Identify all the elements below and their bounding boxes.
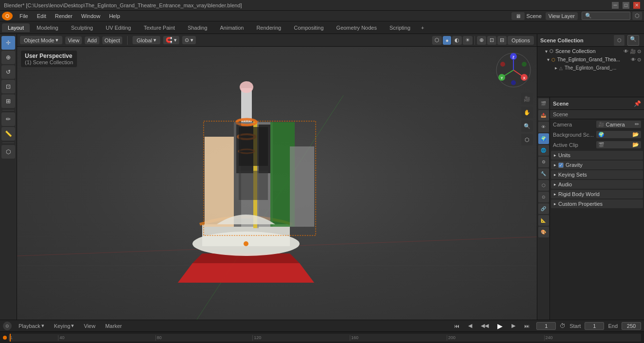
world-props-btn[interactable]: 🌐 bbox=[538, 145, 549, 156]
viewport-add-menu[interactable]: Add bbox=[85, 36, 99, 44]
options-btn[interactable]: Options bbox=[508, 36, 534, 45]
snap-button[interactable]: 🧲 ▾ bbox=[163, 36, 179, 44]
move-tool[interactable]: ⊕ bbox=[1, 51, 15, 64]
custom-props-header[interactable]: ▸ Custom Properties bbox=[551, 199, 643, 208]
play-reverse-btn[interactable]: ◀◀ bbox=[478, 322, 492, 330]
search-bar[interactable]: 🔍 bbox=[582, 12, 630, 20]
visibility-icon[interactable]: 👁 bbox=[624, 49, 628, 54]
jump-end-btn[interactable]: ⏭ bbox=[521, 322, 532, 330]
outliner-filter[interactable]: ⬡ bbox=[614, 35, 625, 46]
render-icon[interactable]: ⊙ bbox=[637, 49, 641, 54]
modifier-props-btn[interactable]: 🔧 bbox=[538, 168, 549, 179]
timeline-ruler[interactable]: 1 40 80 120 160 200 240 bbox=[9, 334, 641, 342]
constraints-props-btn[interactable]: 🔗 bbox=[538, 203, 549, 214]
menu-help[interactable]: Help bbox=[105, 12, 124, 20]
object-mode-dropdown[interactable]: Object Mode ▾ bbox=[20, 36, 62, 44]
viewport-shading-wireframe[interactable]: ⬡ bbox=[432, 36, 442, 45]
render-props-btn[interactable]: 🎬 bbox=[538, 98, 549, 109]
clip-browse-btn[interactable]: 📂 bbox=[632, 142, 639, 148]
rigid-body-header[interactable]: ▸ Rigid Body World bbox=[551, 190, 643, 199]
keying-menu[interactable]: Keying ▾ bbox=[51, 322, 77, 330]
measure-tool[interactable]: 📏 bbox=[1, 127, 15, 141]
viewport-shading-solid[interactable]: ● bbox=[443, 36, 451, 45]
item-visibility-icon[interactable]: 👁 bbox=[631, 57, 636, 62]
zoom-btn[interactable]: 🔍 bbox=[521, 120, 533, 132]
keying-sets-header[interactable]: ▸ Keying Sets bbox=[551, 170, 643, 179]
tab-rendering[interactable]: Rendering bbox=[250, 23, 287, 32]
annotate-tool[interactable]: ✏ bbox=[1, 112, 15, 126]
physics-props-btn[interactable]: ⊙ bbox=[538, 192, 549, 202]
tab-scripting[interactable]: Scripting bbox=[383, 23, 416, 32]
start-frame-input[interactable] bbox=[585, 322, 604, 330]
menu-window[interactable]: Window bbox=[77, 12, 104, 20]
menu-edit[interactable]: Edit bbox=[33, 12, 50, 20]
active-clip-value[interactable]: 🎬 📂 bbox=[596, 141, 642, 148]
sub-collection[interactable]: ▸ △ The_Eglinton_Grand_... bbox=[545, 64, 644, 72]
scene-props-btn[interactable]: 🌍 bbox=[538, 133, 549, 144]
rotate-tool[interactable]: ↺ bbox=[1, 65, 15, 79]
camera-edit-btn[interactable]: ✏ bbox=[635, 121, 639, 127]
view-layer-btn[interactable]: View Layer bbox=[546, 12, 578, 20]
material-props-btn[interactable]: 🎨 bbox=[538, 227, 549, 237]
tab-texture-paint[interactable]: Texture Paint bbox=[138, 23, 181, 32]
xray-toggle[interactable]: ⊟ bbox=[497, 36, 507, 45]
outliner-search[interactable]: 🔍 bbox=[627, 35, 639, 46]
tab-uv-editing[interactable]: UV Editing bbox=[100, 23, 137, 32]
audio-header[interactable]: ▸ Audio bbox=[551, 180, 643, 189]
collection-btn[interactable]: ⬡ bbox=[521, 134, 533, 145]
scene-collection-item[interactable]: ▾ ⬡ Scene Collection 👁 🎥 ⊙ bbox=[537, 47, 644, 55]
viewport-canvas[interactable]: User Perspective (1) Scene Collection Z … bbox=[17, 47, 537, 320]
tab-shading[interactable]: Shading bbox=[182, 23, 213, 32]
menu-file[interactable]: File bbox=[16, 12, 32, 20]
jump-start-btn[interactable]: ⏮ bbox=[451, 322, 462, 330]
close-button[interactable]: ✕ bbox=[633, 2, 640, 9]
transform-tool[interactable]: ⊞ bbox=[1, 94, 15, 108]
viewport-view-menu[interactable]: View bbox=[65, 36, 82, 44]
gravity-section-header[interactable]: ▸ ✓ Gravity bbox=[551, 161, 643, 169]
data-props-btn[interactable]: 📐 bbox=[538, 215, 549, 226]
prev-frame-btn[interactable]: ◀ bbox=[465, 322, 475, 330]
output-props-btn[interactable]: 📤 bbox=[538, 110, 549, 121]
camera-value[interactable]: 🎥 Camera ✏ bbox=[596, 121, 642, 128]
end-frame-input[interactable] bbox=[622, 322, 641, 330]
object-props-btn[interactable]: ⚙ bbox=[538, 157, 549, 167]
blender-logo[interactable]: ⬡ bbox=[2, 12, 13, 20]
scale-tool[interactable]: ⊡ bbox=[1, 80, 15, 93]
navigation-gizmo[interactable]: Z X Y bbox=[494, 51, 533, 90]
minimize-button[interactable]: ─ bbox=[612, 2, 619, 9]
transform-dropdown[interactable]: Global ▾ bbox=[133, 36, 160, 44]
add-object-tool[interactable]: ⬡ bbox=[1, 145, 15, 159]
workspace-selector[interactable]: 🖥 bbox=[511, 12, 525, 20]
playback-menu[interactable]: Playback ▾ bbox=[16, 322, 47, 330]
tab-compositing[interactable]: Compositing bbox=[288, 23, 329, 32]
bg-scene-browse-btn[interactable]: 📂 bbox=[632, 131, 639, 138]
item-render-icon[interactable]: ⊙ bbox=[637, 57, 641, 62]
tab-modeling[interactable]: Modeling bbox=[31, 23, 64, 32]
menu-render[interactable]: Render bbox=[51, 12, 76, 20]
marker-menu[interactable]: Marker bbox=[102, 322, 125, 330]
timeline-view-menu[interactable]: View bbox=[81, 322, 98, 330]
current-frame-input[interactable] bbox=[536, 322, 556, 330]
camera-view-btn[interactable]: 🎥 bbox=[521, 93, 533, 105]
show-overlays[interactable]: ⊡ bbox=[487, 36, 496, 45]
timeline-bar[interactable]: 1 40 80 120 160 200 240 bbox=[0, 332, 644, 343]
tab-geometry-nodes[interactable]: Geometry Nodes bbox=[330, 23, 382, 32]
tab-add-button[interactable]: + bbox=[417, 23, 428, 32]
tab-sculpting[interactable]: Sculpting bbox=[65, 23, 99, 32]
show-gizmo[interactable]: ⊕ bbox=[477, 36, 486, 45]
gravity-checkbox[interactable]: ✓ bbox=[558, 162, 564, 168]
cursor-tool[interactable]: ✛ bbox=[1, 36, 15, 50]
hand-tool-btn[interactable]: ✋ bbox=[521, 107, 533, 118]
props-pin-btn[interactable]: 📌 bbox=[634, 100, 641, 107]
maximize-button[interactable]: □ bbox=[623, 2, 629, 9]
tab-layout[interactable]: Layout bbox=[2, 23, 30, 32]
particles-props-btn[interactable]: ⬡ bbox=[538, 180, 549, 191]
tab-animation[interactable]: Animation bbox=[214, 23, 250, 32]
next-frame-btn[interactable]: ▶ bbox=[509, 322, 518, 330]
viewport-object-menu[interactable]: Object bbox=[102, 36, 123, 44]
collection-main[interactable]: ▾ ⬡ The_Eglinton_Grand_Thea... 👁 ⊙ bbox=[545, 55, 644, 64]
viewport-shading-material[interactable]: ◐ bbox=[452, 36, 462, 45]
units-section-header[interactable]: ▸ Units bbox=[551, 151, 643, 160]
bg-scene-value[interactable]: 🌍 📂 bbox=[596, 131, 642, 138]
viewport-shading-rendered[interactable]: ☀ bbox=[463, 36, 473, 45]
